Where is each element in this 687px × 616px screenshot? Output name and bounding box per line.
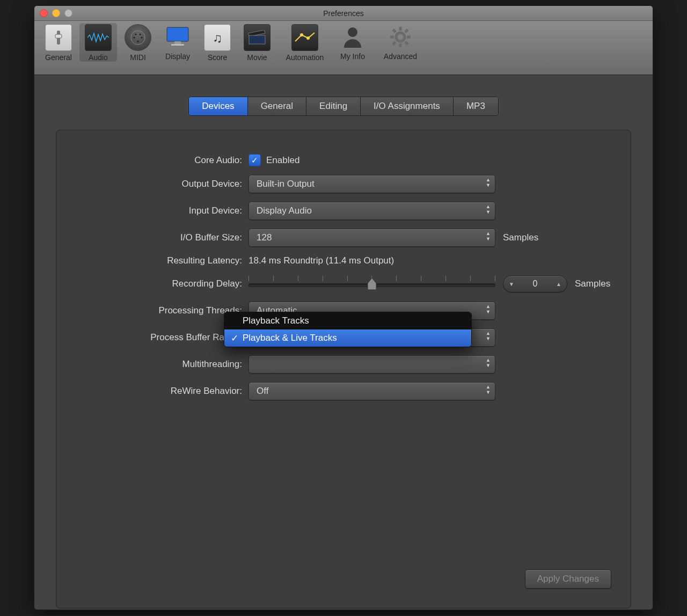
titlebar: Preferences [34,6,653,21]
svg-line-25 [405,30,408,32]
toolbar-label: MIDI [130,53,146,62]
clapper-icon [244,24,271,51]
core-audio-checkbox[interactable]: ✓ Enabled [249,154,495,166]
tab-mp3[interactable]: MP3 [454,97,498,115]
svg-point-17 [396,33,405,41]
toolbar-label: Display [165,52,190,61]
increase-icon[interactable]: ▲ [556,281,561,287]
svg-line-24 [393,42,396,45]
recording-delay-suffix: Samples [575,278,610,289]
body: Devices General Editing I/O Assignments … [34,75,653,608]
decrease-icon[interactable]: ▼ [509,281,514,287]
svg-point-2 [131,31,145,45]
latency-value: 18.4 ms Roundtrip (11.4 ms Output) [249,255,495,266]
output-device-select[interactable]: Built-in Output ▲▼ [249,175,495,193]
gear-icon [388,24,413,50]
toolbar: General Audio MIDI Display ♫ Score [34,21,653,75]
processing-threads-label: Processing Threads: [76,305,249,316]
minimize-icon[interactable] [52,9,60,17]
rewire-value: Off [257,386,268,397]
apply-changes-button[interactable]: Apply Changes [525,569,611,589]
svg-point-4 [141,36,142,38]
io-buffer-label: I/O Buffer Size: [76,232,249,243]
toolbar-label: Movie [247,53,267,62]
devices-panel: Core Audio: ✓ Enabled Output Device: Bui… [56,130,631,608]
multithreading-option-playback-live[interactable]: Playback & Live Tracks [224,329,471,347]
multithreading-label: Multithreading: [76,359,249,370]
output-device-label: Output Device: [76,179,249,189]
tab-editing[interactable]: Editing [306,97,361,115]
svg-rect-13 [249,35,265,44]
recording-delay-stepper[interactable]: ▼ 0 ▲ [503,275,567,292]
recording-delay-value: 0 [533,279,538,289]
svg-point-7 [137,40,138,42]
close-icon[interactable] [40,9,48,17]
tab-io-assignments[interactable]: I/O Assignments [361,97,454,115]
person-icon [340,24,366,50]
toolbar-item-general[interactable]: General [40,24,77,62]
updown-icon: ▲▼ [486,331,491,341]
multithreading-popup[interactable]: Playback Tracks Playback & Live Tracks [224,312,472,347]
zoom-icon[interactable] [64,9,72,17]
svg-point-16 [348,27,357,37]
svg-rect-9 [174,41,181,44]
display-icon [165,24,191,50]
svg-point-15 [306,36,310,40]
toolbar-label: Automation [286,53,324,62]
svg-rect-8 [167,27,188,41]
toolbar-item-audio[interactable]: Audio [79,23,117,62]
updown-icon: ▲▼ [486,384,491,395]
svg-point-6 [139,33,141,35]
svg-rect-10 [171,44,184,46]
svg-text:♫: ♫ [213,31,222,45]
tab-devices[interactable]: Devices [189,97,247,115]
svg-point-14 [300,33,303,36]
svg-rect-1 [55,34,62,38]
core-audio-label: Core Audio: [76,155,249,166]
midi-icon [125,24,151,51]
tabs: Devices General Editing I/O Assignments … [56,97,631,116]
core-audio-value: Enabled [266,155,299,166]
score-icon: ♫ [204,24,231,51]
output-device-value: Built-in Output [257,179,315,189]
process-buffer-label: Process Buffer Range: [76,332,249,343]
latency-label: Resulting Latency: [76,255,249,266]
check-icon: ✓ [249,154,261,166]
io-buffer-select[interactable]: 128 ▲▼ [249,229,495,247]
updown-icon: ▲▼ [486,357,491,368]
toolbar-item-myinfo[interactable]: My Info [334,24,371,61]
updown-icon: ▲▼ [486,231,491,241]
svg-point-3 [133,36,135,38]
toolbar-item-score[interactable]: ♫ Score [199,24,236,62]
rewire-select[interactable]: Off ▲▼ [249,382,495,400]
svg-point-5 [135,33,136,35]
toolbar-item-display[interactable]: Display [159,24,196,61]
toolbar-item-automation[interactable]: Automation [278,24,332,62]
slider-icon [45,24,72,51]
slider-thumb-icon[interactable] [367,278,377,291]
toolbar-label: Advanced [384,52,417,61]
input-device-label: Input Device: [76,206,249,216]
input-device-select[interactable]: Display Audio ▲▼ [249,202,495,220]
multithreading-select[interactable]: ▲▼ [249,355,495,373]
multithreading-option-playback[interactable]: Playback Tracks [224,312,471,329]
automation-icon [291,24,318,51]
recording-delay-label: Recording Delay: [76,278,249,289]
tab-general[interactable]: General [248,97,306,115]
toolbar-label: Score [208,53,228,62]
input-device-value: Display Audio [257,206,312,216]
rewire-label: ReWire Behavior: [76,386,249,397]
updown-icon: ▲▼ [486,304,491,314]
io-buffer-value: 128 [257,232,272,243]
toolbar-item-movie[interactable]: Movie [238,24,276,62]
toolbar-item-midi[interactable]: MIDI [119,24,157,62]
recording-delay-slider[interactable] [249,275,495,293]
toolbar-label: My Info [340,52,365,61]
svg-line-22 [393,30,396,32]
toolbar-item-advanced[interactable]: Advanced [374,24,427,61]
updown-icon: ▲▼ [486,204,491,215]
toolbar-label: General [45,53,72,62]
traffic-lights [40,9,72,17]
updown-icon: ▲▼ [486,177,491,188]
waveform-icon [85,24,112,51]
